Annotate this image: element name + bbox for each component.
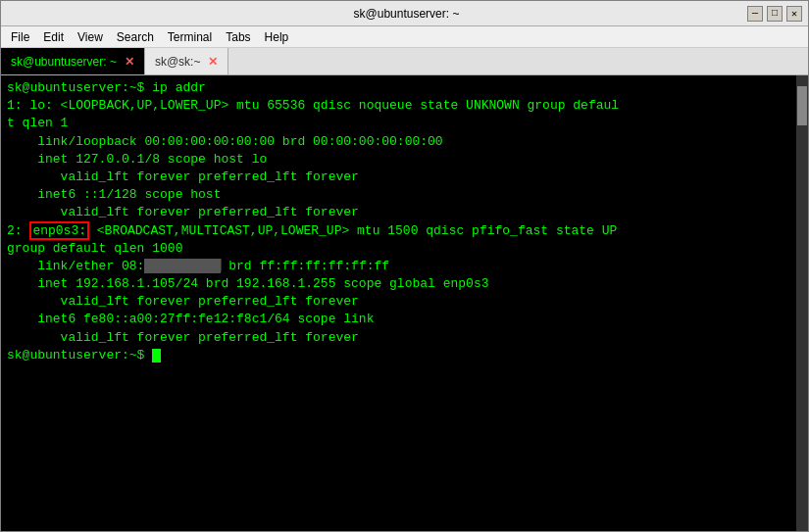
terminal-line-15: sk@ubuntuserver:~$ [7, 347, 802, 364]
highlight-enp0s3: enp0s3: [29, 221, 89, 240]
terminal-line-4: inet 127.0.0.1/8 scope host lo [7, 151, 802, 169]
tab-ubuntuserver-close[interactable]: ✕ [125, 55, 134, 69]
menu-file[interactable]: File [5, 28, 35, 46]
tab-sk-label: sk@sk:~ [155, 55, 201, 69]
minimize-button[interactable]: — [747, 6, 763, 22]
terminal-line-13: inet6 fe80::a00:27ff:fe12:f8c1/64 scope … [7, 311, 802, 328]
terminal-line-2: t qlen 1 [7, 115, 802, 132]
terminal-line-12: valid_lft forever preferred_lft forever [7, 293, 802, 311]
terminal-line-11: inet 192.168.1.105/24 brd 192.168.1.255 … [7, 275, 802, 293]
tab-sk-close[interactable]: ✕ [208, 55, 218, 69]
terminal-line-7: valid_lft forever preferred_lft forever [7, 204, 802, 221]
menu-edit[interactable]: Edit [37, 28, 70, 46]
terminal-line-1: 1: lo: <LOOPBACK,UP,LOWER_UP> mtu 65536 … [7, 97, 802, 115]
menu-help[interactable]: Help [259, 28, 295, 46]
terminal-line-0: sk@ubuntuserver:~$ ip addr [7, 79, 802, 97]
menu-tabs[interactable]: Tabs [220, 28, 256, 46]
terminal-line-8: 2: enp0s3: <BROADCAST,MULTICAST,UP,LOWER… [7, 222, 802, 240]
terminal-line-3: link/loopback 00:00:00:00:00:00 brd 00:0… [7, 133, 802, 151]
tab-ubuntuserver[interactable]: sk@ubuntuserver: ~ ✕ [1, 48, 145, 74]
tab-sk[interactable]: sk@sk:~ ✕ [145, 48, 229, 74]
tab-bar: sk@ubuntuserver: ~ ✕ sk@sk:~ ✕ [1, 48, 808, 75]
tab-ubuntuserver-label: sk@ubuntuserver: ~ [11, 55, 117, 69]
menu-search[interactable]: Search [111, 28, 160, 46]
menu-bar: File Edit View Search Terminal Tabs Help [1, 26, 808, 48]
maximize-button[interactable]: □ [767, 6, 783, 22]
menu-view[interactable]: View [72, 28, 109, 46]
window-title: sk@ubuntuserver: ~ [66, 7, 747, 21]
terminal-window: sk@ubuntuserver: ~ — □ ✕ File Edit View … [0, 0, 809, 532]
terminal-line-9: group default qlen 1000 [7, 240, 802, 258]
terminal-cursor [152, 349, 161, 363]
terminal-line-5: valid_lft forever preferred_lft forever [7, 169, 802, 186]
close-button[interactable]: ✕ [786, 6, 802, 22]
title-bar: sk@ubuntuserver: ~ — □ ✕ [1, 1, 808, 26]
menu-terminal[interactable]: Terminal [162, 28, 218, 46]
window-controls: — □ ✕ [747, 6, 802, 22]
scrollbar[interactable] [796, 75, 808, 531]
terminal-area[interactable]: sk@ubuntuserver:~$ ip addr 1: lo: <LOOPB… [1, 75, 808, 531]
terminal-line-10: link/ether 08:██████████ brd ff:ff:ff:ff… [7, 258, 802, 275]
terminal-line-14: valid_lft forever preferred_lft forever [7, 329, 802, 347]
terminal-line-6: inet6 ::1/128 scope host [7, 186, 802, 204]
scrollbar-thumb[interactable] [797, 86, 807, 125]
